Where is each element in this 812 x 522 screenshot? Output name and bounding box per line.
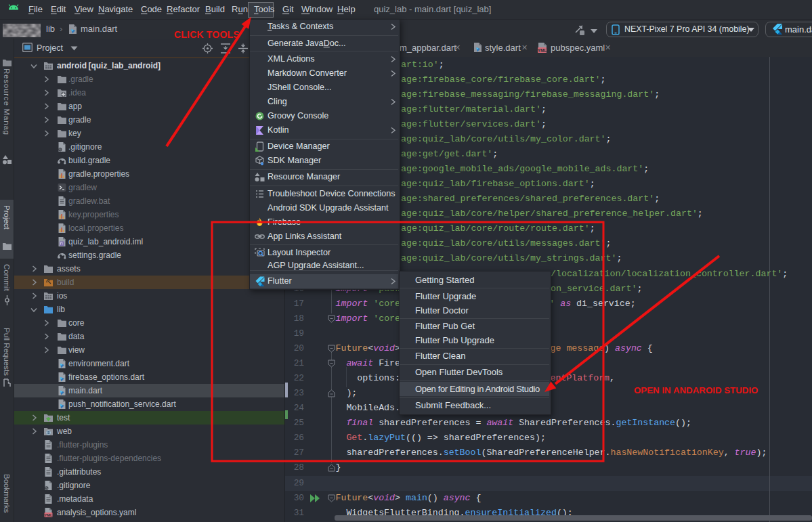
svg-text:YML: YML — [44, 513, 53, 517]
svg-text:YML: YML — [538, 48, 547, 53]
